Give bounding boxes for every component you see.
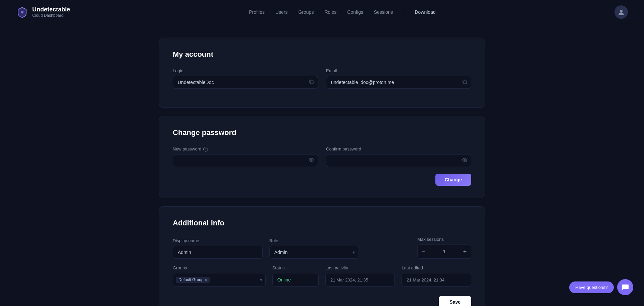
svg-rect-3 xyxy=(464,81,467,84)
confirm-password-input-wrapper xyxy=(326,154,471,167)
display-name-field-group: Display name xyxy=(173,238,263,259)
email-field-group: Email xyxy=(326,68,471,89)
login-field-group: Login xyxy=(173,68,318,89)
svg-rect-2 xyxy=(310,81,313,84)
additional-info-section: Additional info Display name Role Admin … xyxy=(159,206,485,306)
email-input-wrapper xyxy=(326,76,471,89)
last-activity-label: Last activity xyxy=(325,265,395,270)
main-content: My account Login Email xyxy=(151,24,493,306)
groups-label: Groups xyxy=(173,265,266,270)
groups-field-group: Groups Default Group × ▾ xyxy=(173,265,266,287)
additional-info-row2: Groups Default Group × ▾ Status Online xyxy=(173,265,471,287)
last-edited-label: Last edited xyxy=(401,265,471,270)
login-input[interactable] xyxy=(173,76,318,89)
nav-divider xyxy=(404,9,404,15)
logo-text: Undetectable Cloud Dashboard xyxy=(32,6,70,18)
nav-configs[interactable]: Configs xyxy=(347,9,363,15)
app-subtitle: Cloud Dashboard xyxy=(32,13,70,18)
confirm-password-field-group: Confirm password xyxy=(326,146,471,167)
new-password-label: New password i xyxy=(173,146,318,151)
role-label: Role xyxy=(269,238,359,243)
nav-download[interactable]: Download xyxy=(415,9,436,15)
login-input-wrapper xyxy=(173,76,318,89)
role-field-group: Role Admin User Moderator ▾ xyxy=(269,238,359,259)
nav-sessions[interactable]: Sessions xyxy=(374,9,393,15)
max-sessions-label: Max sessions xyxy=(417,237,471,242)
last-activity-value: 21 Mar 2024, 21:35 xyxy=(325,273,395,287)
save-button[interactable]: Save xyxy=(439,296,471,306)
role-select[interactable]: Admin User Moderator xyxy=(269,246,359,259)
groups-select-input[interactable]: Default Group × xyxy=(173,273,266,287)
status-value: Online xyxy=(277,277,291,282)
display-name-label: Display name xyxy=(173,238,263,243)
logo-area: Undetectable Cloud Dashboard xyxy=(16,6,70,18)
confirm-password-toggle-icon[interactable] xyxy=(462,157,467,164)
nav-users[interactable]: Users xyxy=(275,9,288,15)
nav-profiles[interactable]: Profiles xyxy=(249,9,265,15)
group-tag-default: Default Group × xyxy=(176,277,210,283)
new-password-input-wrapper xyxy=(173,154,318,167)
display-name-input[interactable] xyxy=(173,246,263,259)
logo-icon xyxy=(16,6,28,18)
max-sessions-increment[interactable]: + xyxy=(459,245,471,258)
my-account-section: My account Login Email xyxy=(159,38,485,108)
additional-info-title: Additional info xyxy=(173,219,471,227)
confirm-password-input[interactable] xyxy=(326,154,471,167)
max-sessions-value: 1 xyxy=(430,249,459,254)
change-password-button[interactable]: Change xyxy=(435,174,471,186)
login-label: Login xyxy=(173,68,318,73)
last-activity-field-group: Last activity 21 Mar 2024, 21:35 xyxy=(325,265,395,287)
last-edited-field-group: Last edited 21 Mar 2024, 21:34 xyxy=(401,265,471,287)
role-select-wrapper: Admin User Moderator ▾ xyxy=(269,246,359,259)
new-password-toggle-icon[interactable] xyxy=(309,157,314,164)
header: Undetectable Cloud Dashboard Profiles Us… xyxy=(0,0,644,24)
confirm-password-label: Confirm password xyxy=(326,146,471,151)
additional-info-row1: Display name Role Admin User Moderator ▾ xyxy=(173,237,471,259)
change-password-section: Change password New password i xyxy=(159,116,485,198)
chat-icon-button[interactable] xyxy=(617,279,633,295)
svg-point-0 xyxy=(21,11,23,13)
status-label: Status xyxy=(272,265,319,270)
group-tag-close[interactable]: × xyxy=(205,278,207,282)
new-password-input[interactable] xyxy=(173,154,318,167)
email-input[interactable] xyxy=(326,76,471,89)
app-title: Undetectable xyxy=(32,6,70,13)
password-info-icon: i xyxy=(203,147,208,151)
new-password-field-group: New password i xyxy=(173,146,318,167)
nav-roles[interactable]: Roles xyxy=(324,9,336,15)
avatar-button[interactable] xyxy=(614,5,628,19)
chat-label[interactable]: Have questions? xyxy=(569,281,614,293)
email-label: Email xyxy=(326,68,471,73)
my-account-title: My account xyxy=(173,50,471,59)
chat-widget: Have questions? xyxy=(569,279,633,295)
max-sessions-field-group: Max sessions − 1 + xyxy=(417,237,471,259)
nav-groups[interactable]: Groups xyxy=(299,9,314,15)
login-copy-icon[interactable] xyxy=(309,79,314,86)
last-edited-value: 21 Mar 2024, 21:34 xyxy=(401,273,471,287)
max-sessions-control: − 1 + xyxy=(417,245,471,259)
status-field-group: Status Online xyxy=(272,265,319,287)
password-fields-row: New password i Confirm passwor xyxy=(173,146,471,167)
status-badge: Online xyxy=(272,273,319,287)
main-nav: Profiles Users Groups Roles Configs Sess… xyxy=(249,9,436,15)
change-password-title: Change password xyxy=(173,128,471,137)
email-copy-icon[interactable] xyxy=(462,79,467,86)
account-fields-row: Login Email xyxy=(173,68,471,89)
groups-select-wrapper[interactable]: Default Group × ▾ xyxy=(173,273,266,287)
max-sessions-decrement[interactable]: − xyxy=(418,245,430,258)
svg-point-1 xyxy=(620,10,623,12)
